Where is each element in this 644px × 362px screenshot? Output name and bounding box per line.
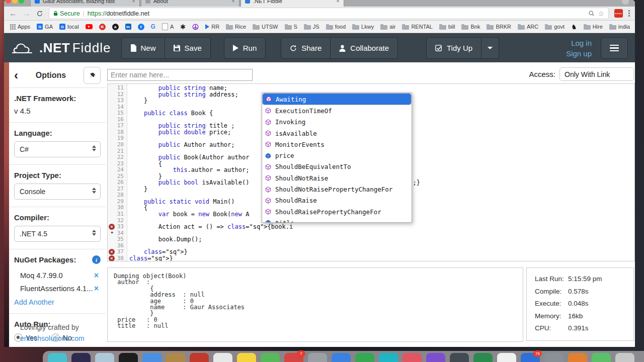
fiddle-name-input[interactable] <box>107 69 253 81</box>
save-button[interactable]: Save <box>165 38 211 59</box>
bookmark-item[interactable]: RENTAL <box>402 24 433 30</box>
collapse-chevron-icon[interactable]: ‹ <box>14 69 18 81</box>
autocomplete-item[interactable]: MonitorEvents <box>262 139 412 150</box>
autorun-radio-no[interactable]: No <box>51 333 72 342</box>
dock-app-icon[interactable] <box>142 353 162 362</box>
project-type-select[interactable]: Console <box>14 184 101 200</box>
dock-app-icon[interactable] <box>497 353 516 362</box>
autocomplete-item[interactable]: ShouldRaise <box>262 195 412 206</box>
new-tab-button[interactable] <box>622 0 629 5</box>
autorun-radio-yes[interactable]: Yes <box>14 333 37 342</box>
bookmark-item[interactable]: R <box>99 24 106 30</box>
dock-app-icon[interactable] <box>403 353 422 362</box>
error-icon[interactable]: × <box>109 255 115 261</box>
add-another-link[interactable]: Add Another <box>14 298 54 306</box>
bookmark-item[interactable]: A <box>162 23 174 30</box>
autocomplete-item[interactable]: ShouldRaisePropertyChangeFor <box>262 206 412 217</box>
bookmark-item[interactable]: air <box>380 24 395 30</box>
dock-app-icon[interactable] <box>568 353 587 362</box>
bookmark-item[interactable]: S <box>285 24 297 30</box>
bookmark-item[interactable]: ✱ <box>180 24 186 30</box>
bookmark-item[interactable]: ♞ <box>571 24 577 30</box>
autocomplete-item[interactable]: ShouldNotRaisePropertyChangeFor <box>262 184 412 195</box>
dock-app-icon[interactable] <box>166 353 185 362</box>
browser-tab[interactable]: Gaur Associates, Blazing fast× <box>30 0 140 7</box>
bookmark-item[interactable] <box>192 24 199 30</box>
bookmark-item[interactable]: a <box>112 24 119 30</box>
dock-app-icon[interactable] <box>48 353 67 362</box>
compiler-select[interactable]: .NET 4.5 <box>14 226 101 242</box>
back-icon[interactable]: ← <box>9 10 17 18</box>
bookmark-item[interactable]: ARC <box>518 24 538 30</box>
menu-button[interactable] <box>601 38 628 59</box>
dock-app-icon[interactable] <box>426 353 445 362</box>
dock-app-icon[interactable] <box>237 353 256 362</box>
dock-app-icon[interactable] <box>592 353 611 362</box>
remove-package-icon[interactable]: × <box>94 284 99 293</box>
bookmark-item[interactable] <box>86 24 93 29</box>
fold-plus-icon[interactable]: + <box>111 230 113 235</box>
bookmark-item[interactable]: Lkwy <box>352 24 374 30</box>
traffic-light-zoom[interactable] <box>19 0 24 4</box>
tab-close-icon[interactable]: × <box>336 0 340 5</box>
bookmark-item[interactable]: india <box>609 24 630 30</box>
tab-close-icon[interactable]: × <box>132 0 135 5</box>
dock-app-icon[interactable] <box>615 353 634 362</box>
autocomplete-item[interactable]: price <box>262 150 412 161</box>
dock-app-icon[interactable] <box>95 353 114 362</box>
tab-close-icon[interactable]: × <box>231 0 235 5</box>
autocomplete-item[interactable]: ExecutionTimeOf <box>262 105 412 116</box>
error-icon[interactable]: × <box>109 249 115 255</box>
error-icon[interactable]: × <box>109 224 115 230</box>
bookmark-item[interactable]: BRKR <box>487 24 511 30</box>
extension-icon[interactable]: •••• <box>614 9 623 18</box>
language-select[interactable]: C# <box>14 141 101 157</box>
url-field[interactable]: Secure | https://dotnetfiddle.net ☆ <box>49 8 609 19</box>
tidy-up-dropdown-button[interactable] <box>481 38 499 59</box>
access-select[interactable]: Only With Link <box>559 67 634 81</box>
dock-app-icon[interactable]: 75 <box>521 353 540 362</box>
bookmark-item[interactable]: JS <box>304 24 319 30</box>
autocomplete-item[interactable]: ShouldBeEquivalentTo <box>262 161 412 172</box>
collaborate-button[interactable]: Collaborate <box>331 38 398 59</box>
dock-app-icon[interactable] <box>355 353 374 362</box>
bookmark-item[interactable]: Glocal <box>59 24 79 30</box>
dock-app-icon[interactable] <box>308 353 327 362</box>
autocomplete-item[interactable]: isAvailable <box>262 128 412 139</box>
dock-app-icon[interactable] <box>190 353 209 362</box>
bookmark-item[interactable]: Bnk <box>461 24 480 30</box>
autocomplete-item[interactable]: title <box>262 217 412 223</box>
login-link[interactable]: Log in <box>566 38 592 48</box>
bookmark-item[interactable]: bill <box>439 24 455 30</box>
autocomplete-item[interactable]: ShouldNotRaise <box>262 172 412 184</box>
reload-icon[interactable] <box>36 10 43 17</box>
dock-app-icon[interactable]: 7 <box>284 353 303 362</box>
signup-link[interactable]: Sign up <box>566 48 592 59</box>
dock-app-icon[interactable] <box>450 353 469 362</box>
bookmark-item[interactable]: UTSW <box>253 24 278 30</box>
dock-app-icon[interactable] <box>71 353 91 362</box>
dock-app-icon[interactable] <box>473 353 493 362</box>
brand[interactable]: .NET Fiddle <box>11 40 111 56</box>
remove-package-icon[interactable]: × <box>94 271 99 280</box>
dock-app-icon[interactable] <box>213 353 232 362</box>
new-button[interactable]: New <box>121 38 165 59</box>
dock-app-icon[interactable] <box>119 353 138 362</box>
traffic-light-minimize[interactable] <box>12 0 18 4</box>
pin-button[interactable] <box>84 67 101 84</box>
autocomplete-item[interactable]: Awaiting <box>262 93 412 105</box>
bookmark-item[interactable]: Apps <box>10 24 30 30</box>
bookmark-item[interactable]: f <box>138 24 144 30</box>
dock-app-icon[interactable] <box>261 353 280 362</box>
dock-app-icon[interactable] <box>332 353 351 362</box>
bookmark-item[interactable]: food <box>326 24 346 30</box>
bookmark-item[interactable]: Rice <box>226 24 246 30</box>
bookmark-item[interactable]: G <box>151 23 155 30</box>
bookmark-item[interactable]: in <box>125 24 131 30</box>
search-icon[interactable] <box>588 10 595 17</box>
browser-tab[interactable]: About× <box>141 0 239 7</box>
bookmark-star-icon[interactable]: ☆ <box>598 10 604 18</box>
info-icon[interactable]: i <box>92 255 101 264</box>
bookmark-item[interactable]: RR <box>205 24 219 30</box>
macos-dock[interactable]: 775 <box>43 351 644 362</box>
